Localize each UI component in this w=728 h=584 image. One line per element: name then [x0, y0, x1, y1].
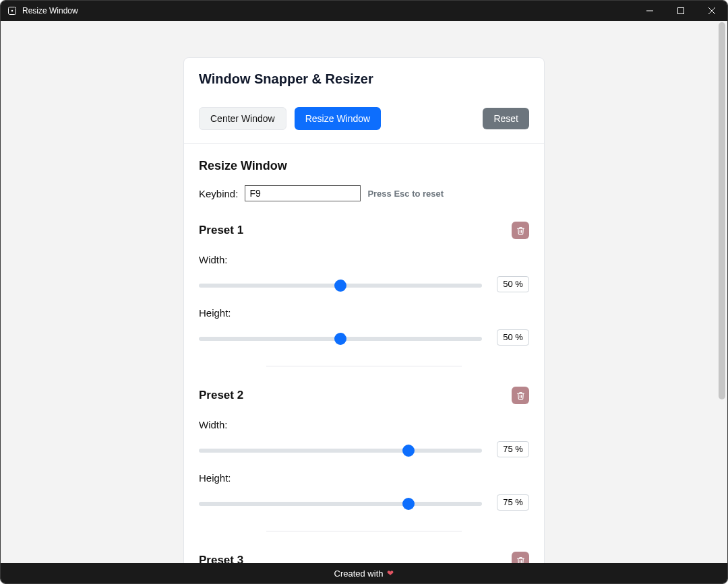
app-icon — [7, 6, 17, 15]
keybind-row: Keybind: Press Esc to reset — [199, 185, 529, 201]
preset-2-width-slider[interactable] — [199, 449, 482, 453]
preset-2-header: Preset 2 — [199, 387, 529, 404]
delete-preset-2-button[interactable] — [512, 387, 529, 404]
keybind-label: Keybind: — [199, 188, 238, 199]
window-controls — [634, 1, 727, 21]
titlebar: Resize Window — [1, 1, 727, 21]
minimize-button[interactable] — [634, 1, 665, 21]
delete-preset-3-button[interactable] — [512, 552, 529, 563]
preset-1-header: Preset 1 — [199, 222, 529, 239]
footer-text: Created with — [334, 569, 384, 579]
settings-card: Window Snapper & Resizer Center Window R… — [183, 57, 545, 563]
section-title: Resize Window — [199, 159, 529, 173]
height-label: Height: — [199, 472, 529, 484]
tab-row: Center Window Resize Window Reset — [199, 107, 529, 130]
tab-resize-window[interactable]: Resize Window — [295, 107, 381, 130]
footer: Created with ❤ — [1, 563, 727, 583]
window-frame: Resize Window Window Snapper & Resizer — [0, 0, 728, 584]
preset-2-width-value[interactable]: 75 % — [497, 441, 529, 457]
preset-2-name: Preset 2 — [199, 389, 243, 402]
preset-1-width-slider[interactable] — [199, 284, 482, 288]
scroll-region: Window Snapper & Resizer Center Window R… — [1, 21, 727, 563]
trash-icon — [516, 391, 525, 400]
window-title: Resize Window — [22, 6, 78, 15]
content-area: Window Snapper & Resizer Center Window R… — [1, 21, 727, 563]
keybind-hint: Press Esc to reset — [367, 189, 444, 199]
preset-1-height-value[interactable]: 50 % — [497, 329, 529, 346]
preset-2-height-slider[interactable] — [199, 502, 482, 506]
keybind-input[interactable] — [245, 185, 361, 201]
tab-center-window[interactable]: Center Window — [199, 107, 286, 130]
vertical-scrollbar[interactable] — [717, 22, 727, 562]
card-header: Window Snapper & Resizer Center Window R… — [184, 58, 544, 144]
trash-icon — [516, 556, 525, 564]
maximize-button[interactable] — [665, 1, 696, 21]
svg-point-1 — [11, 10, 13, 12]
preset-2-width-group: Width: 75 % — [199, 419, 529, 457]
preset-3-header: Preset 3 — [199, 552, 529, 563]
trash-icon — [516, 226, 525, 235]
reset-button[interactable]: Reset — [483, 108, 529, 129]
preset-3-name: Preset 3 — [199, 554, 243, 563]
width-label: Width: — [199, 419, 529, 430]
scrollbar-thumb[interactable] — [719, 22, 725, 399]
preset-1-height-group: Height: 50 % — [199, 307, 529, 346]
delete-preset-1-button[interactable] — [512, 222, 529, 239]
heart-icon: ❤ — [387, 569, 394, 578]
preset-1-width-value[interactable]: 50 % — [497, 276, 529, 292]
preset-1-width-group: Width: 50 % — [199, 254, 529, 292]
divider — [266, 531, 462, 531]
preset-1-height-slider[interactable] — [199, 337, 482, 341]
width-label: Width: — [199, 254, 529, 265]
divider — [266, 366, 462, 366]
preset-1-name: Preset 1 — [199, 224, 243, 237]
preset-2-height-value[interactable]: 75 % — [497, 494, 529, 511]
app-title: Window Snapper & Resizer — [199, 71, 529, 87]
card-body: Resize Window Keybind: Press Esc to rese… — [184, 144, 544, 563]
svg-rect-3 — [678, 8, 684, 14]
preset-2-height-group: Height: 75 % — [199, 472, 529, 511]
close-button[interactable] — [696, 1, 727, 21]
height-label: Height: — [199, 307, 529, 319]
